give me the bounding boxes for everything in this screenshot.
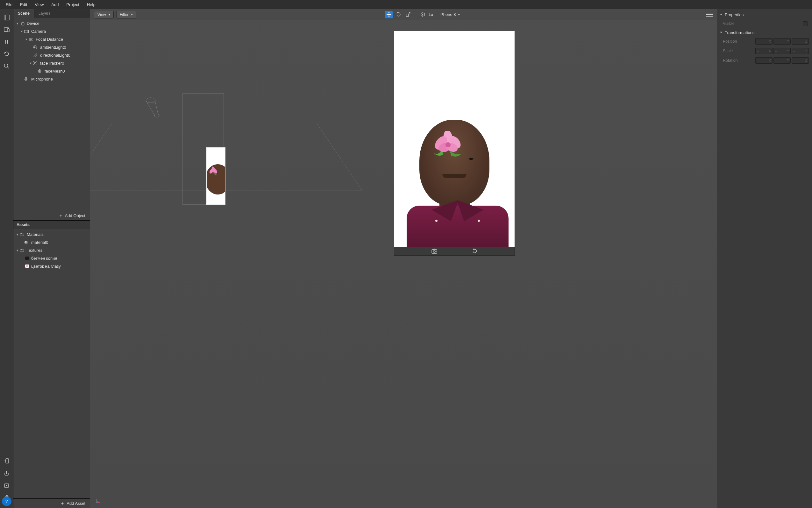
svg-line-44 [155,101,158,115]
scale-tool-icon[interactable] [404,11,412,18]
pause-icon[interactable] [3,38,10,45]
facemesh-icon [38,69,43,73]
menu-file[interactable]: File [2,2,16,7]
scale-x[interactable]: –X [755,48,773,54]
folder-icon [20,233,26,236]
plus-icon: ＋ [60,501,65,506]
svg-point-6 [4,64,8,67]
svg-point-22 [30,39,31,40]
microphone-icon [24,77,30,82]
scale-y[interactable]: –Y [773,48,791,54]
tree-device[interactable]: ▼▢Device [13,19,90,27]
menu-view[interactable]: View [31,2,47,7]
preview-canvas [394,31,515,247]
folder-icon [20,249,26,252]
svg-line-43 [146,101,155,116]
menu-edit[interactable]: Edit [16,2,31,7]
axis-gizmo-icon [95,498,101,504]
section-transformations[interactable]: ▼Transformations [717,28,812,37]
plus-icon: ＋ [58,213,63,219]
svg-point-56 [433,251,435,252]
tab-layers[interactable]: Layers [34,9,90,18]
rotation-x[interactable]: –X [755,57,773,64]
focal-icon [29,38,34,41]
directionallight-icon [33,53,39,57]
svg-point-50 [433,134,449,152]
viewport-toolbar: View▾ Filter▾ Lo iPhone 8▾ [90,9,717,20]
asset-textures[interactable]: ▼Textures [13,246,90,254]
svg-rect-3 [7,29,9,32]
share-icon[interactable] [3,469,10,477]
visible-checkbox[interactable] [803,21,808,26]
capture-icon[interactable] [432,249,437,254]
asset-tex1[interactable]: бетмен копия [13,254,90,262]
menu-project[interactable]: Project [63,2,83,7]
search-icon[interactable] [3,62,10,70]
device-icon[interactable] [3,26,10,33]
rotation-y[interactable]: –Y [773,57,791,64]
svg-rect-39 [406,14,409,16]
position-y[interactable]: –Y [773,38,791,45]
svg-rect-8 [6,459,9,463]
svg-line-7 [7,67,9,69]
move-tool-icon[interactable] [385,11,393,18]
filter-dropdown[interactable]: Filter▾ [116,11,136,18]
texture-thumb-dark [24,256,30,261]
tree-microphone[interactable]: Microphone [13,75,90,83]
send-to-phone-icon[interactable] [3,457,10,465]
local-label: Lo [429,12,434,17]
help-bubble-icon[interactable]: ? [2,497,11,506]
camera-icon [24,30,30,33]
cube-icon[interactable] [418,11,427,18]
center-panel: View▾ Filter▾ Lo iPhone 8▾ [90,9,717,508]
svg-line-28 [35,55,37,57]
menu-help[interactable]: Help [83,2,99,7]
viewport-thumbnail [206,147,226,205]
scene-tree: ▼▢Device ▼Camera ▼Focal Distance ambient… [13,18,90,211]
view-dropdown[interactable]: View▾ [94,11,114,18]
reset-icon[interactable] [472,249,477,254]
asset-materials[interactable]: ▼Materials [13,230,90,239]
left-panel: Scene Layers ▼▢Device ▼Camera ▼Focal Dis… [13,9,90,508]
rotation-z[interactable]: –Z [791,57,809,64]
menu-add[interactable]: Add [47,2,63,7]
inspector-panel: ▼Properties Visible ▼Transformations Pos… [717,9,812,508]
tree-camera[interactable]: ▼Camera [13,27,90,35]
viewport-menu-icon[interactable] [706,13,713,16]
svg-marker-20 [27,30,29,33]
asset-tex2[interactable]: цветок на глазу [13,262,90,270]
svg-point-52 [437,141,452,154]
section-properties[interactable]: ▼Properties [717,10,812,19]
menubar: File Edit View Add Project Help [0,0,812,9]
svg-rect-34 [26,77,27,80]
tab-scene[interactable]: Scene [13,9,34,18]
tree-directional[interactable]: directionalLight0 [13,51,90,59]
position-z[interactable]: –Z [791,38,809,45]
tree-focal[interactable]: ▼Focal Distance [13,35,90,43]
prop-visible: Visible [717,19,812,28]
add-object-button[interactable]: ＋Add Object [13,211,90,220]
svg-line-23 [32,38,33,39]
asset-material0[interactable]: material0 [13,239,90,246]
layout-icon[interactable] [3,14,10,21]
tree-ambient[interactable]: ambientLight0 [13,43,90,51]
add-package-icon[interactable] [3,481,10,489]
svg-point-45 [154,114,159,117]
scale-z[interactable]: –Z [791,48,809,54]
chevron-down-icon: ▾ [131,13,133,16]
tree-facemesh[interactable]: faceMesh0 [13,67,90,75]
refresh-icon[interactable] [3,50,10,57]
preview-device-select[interactable]: iPhone 8▾ [439,12,460,17]
texture-thumb-flower [24,264,30,269]
add-asset-button[interactable]: ＋Add Asset [13,499,90,508]
preview-bottom-bar [394,247,515,255]
position-x[interactable]: –X [755,38,773,45]
svg-rect-0 [4,15,9,20]
assets-tree: ▼Materials material0 ▼Textures бетмен ко… [13,229,90,499]
svg-point-42 [146,98,155,103]
viewport-3d[interactable] [90,20,717,508]
device-preview [394,31,515,256]
tree-facetracker[interactable]: ▼faceTracker0 [13,59,90,67]
prop-position: Position –X –Y –Z [717,37,812,46]
rotate-tool-icon[interactable] [394,11,403,18]
